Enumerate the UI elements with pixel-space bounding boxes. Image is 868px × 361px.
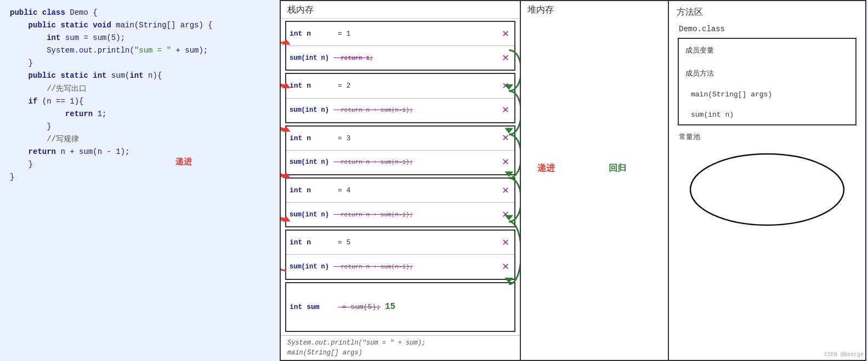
frame-1: int n = 1 ✕ sum(int n) return 1; ✕: [285, 21, 515, 71]
cross-2-var: ✕: [502, 81, 509, 91]
code-line-2: public static void main(String[] args) {: [10, 19, 270, 32]
heap-panel: 堆内存 递进 回归: [521, 0, 669, 361]
stack-header: 栈内存: [281, 1, 520, 19]
frame-3: int n = 3 ✕ sum(int n) return n + sum(n-…: [285, 125, 515, 175]
cross-3-var: ✕: [502, 133, 509, 144]
svg-point-10: [690, 154, 844, 225]
cross-5-sig: ✕: [502, 261, 509, 272]
code-panel: public class Demo { public static void m…: [0, 0, 280, 361]
cross-5-var: ✕: [502, 237, 509, 248]
frame-1-var: int n = 1 ✕: [286, 22, 514, 46]
code-line-11: }: [10, 121, 270, 133]
watermark: CSDN @George: [824, 352, 864, 358]
method-member-methods: 成员方法: [685, 66, 849, 79]
frame-1-sig: sum(int n) return 1; ✕: [286, 46, 514, 70]
stack-frames: int n = 1 ✕ sum(int n) return 1; ✕ int n…: [281, 19, 520, 335]
code-line-9: if (n == 1){: [10, 95, 270, 108]
stack-bottom: System.out.println("sum = " + sum); main…: [281, 335, 520, 360]
cross-3-sig: ✕: [502, 157, 509, 168]
code-line-12: //写规律: [10, 133, 270, 146]
dijin-label: 递进: [175, 156, 192, 170]
code-line-8: //先写出口: [10, 83, 270, 95]
method-header: 方法区: [673, 5, 861, 21]
cross-4-sig: ✕: [502, 209, 509, 220]
code-line-14: }: [10, 158, 270, 171]
code-line-3: int sum = sum(5);: [10, 32, 270, 44]
huigui-label-heap: 回归: [609, 163, 626, 174]
code-line-5: }: [10, 57, 270, 70]
frame-2-var: int n = 2 ✕: [286, 74, 514, 98]
code-line-7: public static int sum(int n){: [10, 70, 270, 82]
constant-pool-label: 常量池: [673, 130, 861, 144]
frame-main: int sum = sum(5); 15: [285, 282, 515, 332]
stack-bottom-println: System.out.println("sum = " + sum);: [287, 338, 513, 348]
code-line-15: }: [10, 171, 270, 184]
frame-4-sig: sum(int n) return n + sum(n-1); ✕: [286, 203, 514, 226]
method-content-box: 成员变量 成员方法 main(String[] args) sum(int n): [678, 38, 856, 125]
frame-5: int n = 5 ✕ sum(int n) return n + sum(n-…: [285, 230, 515, 279]
stack-bottom-main: main(String[] args): [287, 348, 513, 358]
heap-header: 堆内存: [521, 1, 668, 18]
method-classname: Demo.class: [673, 21, 861, 36]
method-main: main(String[] args): [685, 89, 849, 100]
frame-4-var: int n = 4 ✕: [286, 179, 514, 203]
stack-panel: 栈内存 int n = 1 ✕ sum(int n) return 1; ✕ i…: [280, 0, 521, 361]
code-line-4: System.out.println("sum = " + sum);: [10, 44, 270, 57]
cross-2-sig: ✕: [502, 105, 509, 116]
method-panel: 方法区 Demo.class 成员变量 成员方法 main(String[] a…: [669, 0, 866, 361]
code-line-13: return n + sum(n - 1);: [10, 146, 270, 158]
constant-pool-ellipse: [673, 148, 861, 231]
frame-main-var: int sum = sum(5); 15: [286, 283, 514, 331]
frame-2: int n = 2 ✕ sum(int n) return n + sum(n-…: [285, 73, 515, 123]
cross-1-var: ✕: [502, 28, 509, 39]
code-line-10: return 1;: [10, 108, 270, 121]
frame-3-sig: sum(int n) return n + sum(n-1); ✕: [286, 151, 514, 174]
dijin-label-heap: 递进: [537, 163, 555, 174]
frame-5-sig: sum(int n) return n + sum(n-1); ✕: [286, 255, 514, 278]
code-line-1: public class Demo {: [10, 7, 270, 19]
frame-3-var: int n = 3 ✕: [286, 127, 514, 151]
frame-4: int n = 4 ✕ sum(int n) return n + sum(n-…: [285, 177, 515, 227]
method-member-vars: 成员变量: [685, 43, 849, 56]
frame-5-var: int n = 5 ✕: [286, 231, 514, 255]
cross-1-sig: ✕: [502, 53, 509, 64]
method-sum: sum(int n): [685, 110, 849, 120]
cross-4-var: ✕: [502, 185, 509, 196]
frame-2-sig: sum(int n) return n + sum(n-1); ✕: [286, 99, 514, 122]
